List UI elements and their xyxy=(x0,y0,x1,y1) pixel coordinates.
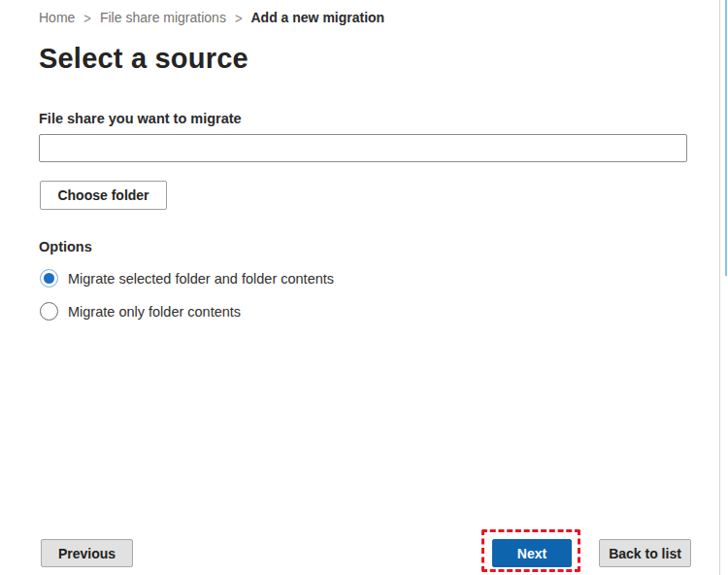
breadcrumb-file-share-migrations[interactable]: File share migrations xyxy=(100,10,226,25)
radio-migrate-only-contents[interactable]: Migrate only folder contents xyxy=(40,302,241,321)
chevron-right-icon: > xyxy=(235,9,243,25)
add-migration-page: Home > File share migrations > Add a new… xyxy=(0,0,728,575)
options-label: Options xyxy=(39,239,92,254)
page-title: Select a source xyxy=(39,43,248,75)
file-share-label: File share you want to migrate xyxy=(39,111,242,126)
scrollbar-thumb[interactable] xyxy=(725,0,727,276)
panel-right-border xyxy=(719,0,720,575)
radio-label: Migrate selected folder and folder conte… xyxy=(68,271,334,287)
radio-migrate-folder-and-contents[interactable]: Migrate selected folder and folder conte… xyxy=(40,269,334,288)
file-share-input[interactable] xyxy=(39,134,687,162)
radio-button-icon xyxy=(40,302,58,321)
breadcrumb-add-a-new-migration: Add a new migration xyxy=(250,10,384,25)
back-to-list-button[interactable]: Back to list xyxy=(599,539,691,567)
radio-label: Migrate only folder contents xyxy=(68,304,241,320)
radio-button-icon xyxy=(40,269,58,288)
next-button[interactable]: Next xyxy=(492,539,572,567)
previous-button[interactable]: Previous xyxy=(41,539,133,567)
breadcrumb-home[interactable]: Home xyxy=(39,10,75,25)
breadcrumb: Home > File share migrations > Add a new… xyxy=(39,10,384,25)
choose-folder-button[interactable]: Choose folder xyxy=(40,181,167,210)
chevron-right-icon: > xyxy=(83,9,91,25)
